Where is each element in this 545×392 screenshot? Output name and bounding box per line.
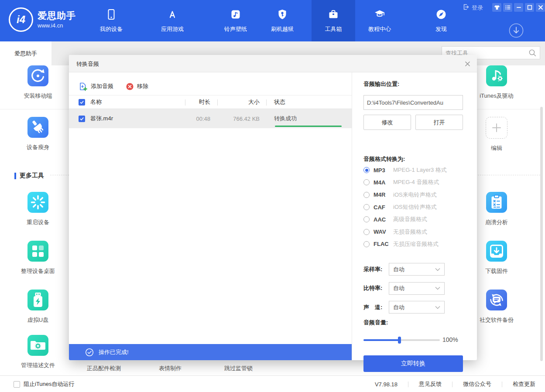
firmware-download-icon <box>486 241 507 262</box>
format-option-m4r[interactable]: M4R iOS来电铃声格式 <box>363 189 473 201</box>
menu-button[interactable] <box>503 3 512 12</box>
nav-toolbox[interactable]: 工具箱 <box>312 0 355 41</box>
header-name[interactable]: 名称 <box>90 95 102 109</box>
bit-rate-row: 比特率: 自动 <box>363 282 463 295</box>
remove-audio-button[interactable]: 移除 <box>126 82 148 91</box>
audio-file-row[interactable]: 嚣张.m4r 00:48 766.42 KB 转换成功 <box>69 109 352 128</box>
maximize-button[interactable] <box>525 3 534 12</box>
volume-slider[interactable] <box>363 339 440 341</box>
volume-slider-handle[interactable] <box>398 337 401 344</box>
radio-icon <box>363 216 370 222</box>
brush-icon <box>27 117 48 138</box>
tool-manage-profiles[interactable]: 管理描述文件 <box>5 335 71 369</box>
header-status[interactable]: 状态 <box>274 95 285 109</box>
minimize-button[interactable] <box>514 3 523 12</box>
nav-flash-jailbreak[interactable]: 刷机越狱 <box>261 0 304 41</box>
nav-apps-games[interactable]: 应用游戏 <box>151 0 194 41</box>
section-accent-bar <box>14 173 16 179</box>
select-all-checkbox-cell <box>79 95 85 109</box>
close-icon <box>465 61 470 67</box>
format-option-aac[interactable]: AAC 高级音频格式 <box>363 213 473 225</box>
bit-rate-select[interactable]: 自动 <box>389 282 445 295</box>
channel-select[interactable]: 自动 <box>389 301 445 314</box>
app-logo: i4 爱思助手 www.i4.cn <box>9 7 76 32</box>
tool-virtual-usb[interactable]: 虚拟U盘 <box>5 290 71 324</box>
maximize-icon <box>527 4 533 10</box>
footer-bar: 阻止iTunes自动运行 V7.98.18 意见反馈 微信公众号 检查更新 <box>0 375 545 392</box>
logo-icon: i4 <box>9 7 33 32</box>
itunes-autorun-checkbox[interactable] <box>14 381 20 388</box>
search-icon[interactable] <box>528 49 536 57</box>
download-manager-button[interactable] <box>508 23 524 38</box>
divider <box>502 382 502 387</box>
format-option-mp3[interactable]: MP3 MPEG-1 Layer3 格式 <box>363 164 473 176</box>
chevron-down-icon <box>435 286 440 290</box>
nav-my-devices[interactable]: 我的设备 <box>89 0 133 41</box>
dialog-toolbar: 添加音频 移除 <box>79 78 148 95</box>
output-path-input[interactable]: D:\i4Tools7\Files\ConvertedAu <box>363 95 463 110</box>
skin-theme-button[interactable] <box>492 3 501 12</box>
close-icon <box>538 4 544 10</box>
dialog-status-bar: 操作已完成! <box>69 344 352 360</box>
login-button[interactable]: 登录 <box>463 3 483 12</box>
tab-i4-assistant[interactable]: 爱思助手 <box>0 41 51 65</box>
close-window-button[interactable] <box>536 3 545 12</box>
volume-slider-fill <box>363 339 400 341</box>
file-size: 766.42 KB <box>222 109 260 128</box>
output-location-label: 音频输出位置: <box>363 80 399 88</box>
format-option-flac[interactable]: FLAC 无损压缩音频格式 <box>363 238 473 250</box>
radio-icon <box>363 167 370 173</box>
modify-path-button[interactable]: 修改 <box>363 115 411 130</box>
tool-accessory-check[interactable]: 正品配件检测 <box>87 365 121 372</box>
tool-organize-desktop[interactable]: 整理设备桌面 <box>5 241 71 275</box>
section-more-tools: 更多工具 <box>14 172 44 180</box>
wechat-link[interactable]: 微信公众号 <box>463 380 491 388</box>
desktop-grid-icon <box>27 241 48 262</box>
tool-skip-mdm-lock[interactable]: 跳过监管锁 <box>224 365 253 372</box>
volume-label: 音频音量: <box>363 319 388 327</box>
divider <box>477 109 540 109</box>
itunes-autorun-option[interactable]: 阻止iTunes自动运行 <box>14 376 75 392</box>
check-update-link[interactable]: 检查更新 <box>513 380 535 388</box>
tool-install-mobile[interactable]: 安装移动端 <box>5 65 71 100</box>
nav-discover[interactable]: 发现 <box>419 0 463 41</box>
dialog-close-button[interactable] <box>463 59 472 68</box>
feedback-link[interactable]: 意见反馈 <box>419 380 442 388</box>
format-option-caf[interactable]: CAF iOS短信铃声格式 <box>363 201 473 213</box>
tool-device-slim[interactable]: 设备瘦身 <box>5 117 71 151</box>
row-checkbox[interactable] <box>79 116 85 122</box>
divider <box>408 382 408 387</box>
nav-ringtones[interactable]: 铃声壁纸 <box>214 0 257 41</box>
nav-tutorials[interactable]: 教程中心 <box>358 0 401 41</box>
chat-sync-icon <box>486 290 507 310</box>
page-scrollbar[interactable] <box>540 107 543 361</box>
list-icon <box>505 4 511 10</box>
radio-icon <box>363 241 370 247</box>
phone-icon <box>105 8 117 22</box>
channel-row: 声 道: 自动 <box>363 301 463 314</box>
radio-icon <box>363 204 370 210</box>
format-option-m4a[interactable]: M4A MPEG-4 音频格式 <box>363 176 473 188</box>
open-folder-button[interactable]: 打开 <box>415 115 463 130</box>
sample-rate-select[interactable]: 自动 <box>389 263 445 276</box>
tool-emoji-maker[interactable]: 表情制作 <box>159 365 182 372</box>
tool-restart-device[interactable]: 重启设备 <box>5 192 71 226</box>
radio-icon <box>363 179 370 185</box>
footer-links: V7.98.18 意见反馈 微信公众号 检查更新 <box>375 376 535 392</box>
format-option-wav[interactable]: WAV 无损音频格式 <box>363 225 473 238</box>
download-circle-icon <box>508 23 524 38</box>
header-size[interactable]: 大小 <box>222 95 260 109</box>
add-audio-button[interactable]: 添加音频 <box>79 82 113 91</box>
row-checkbox-cell <box>79 109 85 128</box>
format-radio-group: MP3 MPEG-1 Layer3 格式 M4A MPEG-4 音频格式 M4R… <box>363 164 473 250</box>
header-duration[interactable]: 时长 <box>174 95 210 109</box>
status-check-icon <box>85 348 94 357</box>
divider <box>452 382 452 387</box>
select-all-checkbox[interactable] <box>79 99 85 106</box>
convert-now-button[interactable]: 立即转换 <box>363 355 463 372</box>
compass-icon <box>435 8 447 22</box>
column-divider <box>217 99 218 106</box>
conversion-progress-bar <box>275 126 342 127</box>
top-navbar: i4 爱思助手 www.i4.cn 我的设备 应用游戏 铃声壁纸 刷机越狱 工具… <box>0 0 545 41</box>
check-icon <box>79 100 84 105</box>
